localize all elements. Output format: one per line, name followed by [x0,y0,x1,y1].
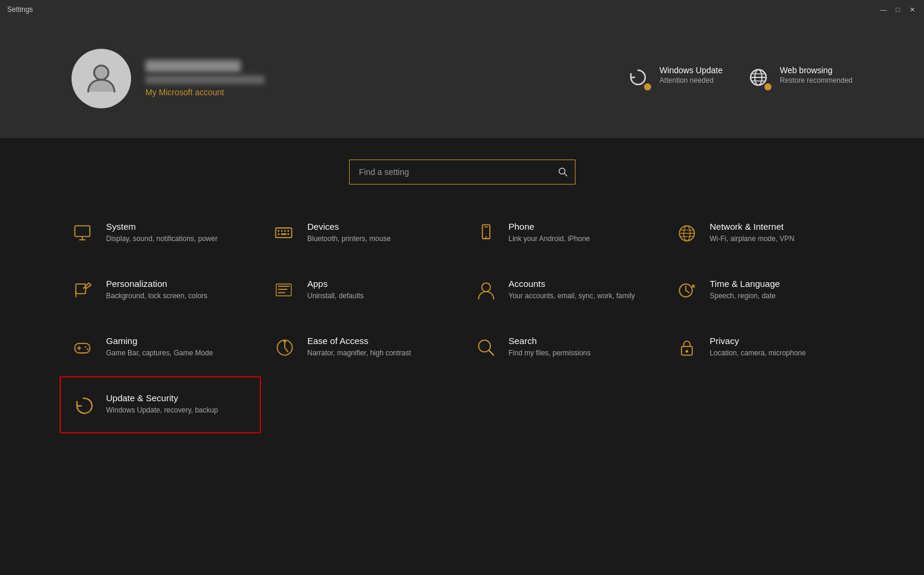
svg-line-7 [564,174,567,176]
time-title: Time & Language [710,279,780,289]
svg-rect-12 [278,230,279,232]
ease-desc: Narrator, magnifier, high contrast [307,348,411,358]
settings-item-gaming[interactable]: Gaming Game Bar, captures, Game Mode [60,319,261,376]
svg-rect-11 [275,228,291,238]
personalization-desc: Background, lock screen, colors [106,291,207,301]
gaming-icon [71,336,95,360]
phone-title: Phone [509,221,590,232]
windows-update-icon-wrap [626,65,652,92]
svg-rect-14 [284,230,286,232]
phone-desc: Link your Android, iPhone [509,234,590,244]
update-icon [71,393,95,417]
gaming-title: Gaming [106,336,213,346]
avatar-icon [83,60,119,98]
accounts-title: Accounts [509,279,635,289]
web-browsing-title: Web browsing [780,65,853,75]
settings-item-search[interactable]: Search Find my files, permissions [462,319,664,376]
devices-text: Devices Bluetooth, printers, mouse [307,221,391,244]
settings-item-apps[interactable]: Apps Uninstall, defaults [261,262,462,319]
svg-point-20 [485,236,487,238]
minimize-button[interactable]: — [879,5,888,14]
gaming-desc: Game Bar, captures, Game Mode [106,348,213,358]
settings-item-devices[interactable]: Devices Bluetooth, printers, mouse [261,205,462,262]
system-icon [71,221,95,245]
time-text: Time & Language Speech, region, date [710,279,780,301]
title-bar: Settings — □ ✕ [0,0,924,19]
accounts-icon [474,279,498,302]
avatar [71,49,131,108]
svg-rect-16 [278,233,279,235]
search-button[interactable] [550,160,575,185]
search-icon [474,336,498,360]
system-title: System [106,221,217,232]
windows-update-title: Windows Update [659,65,723,75]
user-info: My Microsoft account [145,60,265,97]
devices-desc: Bluetooth, printers, mouse [307,234,391,244]
apps-text: Apps Uninstall, defaults [307,279,364,301]
system-text: System Display, sound, notifications, po… [106,221,217,244]
devices-title: Devices [307,221,391,232]
web-browsing-dot [763,82,773,92]
web-browsing-subtitle: Restore recommended [780,76,853,86]
svg-point-47 [686,350,689,353]
apps-icon [273,279,297,302]
settings-grid: System Display, sound, notifications, po… [0,199,924,439]
time-desc: Speech, region, date [710,291,780,301]
phone-text: Phone Link your Android, iPhone [509,221,590,244]
app-title: Settings [7,5,33,14]
windows-update-card[interactable]: Windows Update Attention needed [626,65,723,92]
user-email [145,76,265,84]
privacy-desc: Location, camera, microphone [710,348,805,358]
svg-rect-27 [76,284,85,293]
status-cards: Windows Update Attention needed Web brow… [626,65,853,92]
ease-icon [273,336,297,360]
ease-text: Ease of Access Narrator, magnifier, high… [307,336,411,358]
svg-rect-18 [287,233,289,235]
settings-item-time[interactable]: Time & Language Speech, region, date [663,262,864,319]
windows-update-dot [643,82,652,92]
accounts-desc: Your accounts, email, sync, work, family [509,291,635,301]
settings-item-personalization[interactable]: Personalization Background, lock screen,… [60,262,261,319]
ms-account-link[interactable]: My Microsoft account [145,88,265,97]
privacy-icon [675,336,699,360]
svg-point-43 [284,340,287,343]
windows-update-subtitle: Attention needed [659,76,723,86]
network-title: Network & Internet [710,221,794,232]
windows-update-text: Windows Update Attention needed [659,65,723,86]
settings-item-update[interactable]: Update & Security Windows Update, recove… [60,376,261,433]
search-text: Search Find my files, permissions [509,336,591,358]
settings-item-accounts[interactable]: Accounts Your accounts, email, sync, wor… [462,262,664,319]
personalization-text: Personalization Background, lock screen,… [106,279,207,301]
system-desc: Display, sound, notifications, power [106,234,217,244]
gaming-text: Gaming Game Bar, captures, Game Mode [106,336,213,358]
settings-item-ease[interactable]: Ease of Access Narrator, magnifier, high… [261,319,462,376]
settings-item-privacy[interactable]: Privacy Location, camera, microphone [663,319,864,376]
svg-rect-8 [75,226,90,236]
devices-icon [273,221,297,245]
svg-point-40 [85,346,86,348]
maximize-button[interactable]: □ [893,5,903,14]
apps-desc: Uninstall, defaults [307,291,364,301]
time-icon [675,279,699,302]
svg-rect-15 [287,230,289,232]
search-section [0,138,924,199]
network-text: Network & Internet Wi-Fi, airplane mode,… [710,221,794,244]
update-desc: Windows Update, recovery, backup [106,405,218,415]
svg-point-41 [87,348,89,350]
settings-item-system[interactable]: System Display, sound, notifications, po… [60,205,261,262]
search-input[interactable] [349,160,575,185]
web-browsing-card[interactable]: Web browsing Restore recommended [746,65,853,92]
settings-item-phone[interactable]: Phone Link your Android, iPhone [462,205,664,262]
header-section: My Microsoft account Windows Update Atte… [0,19,924,138]
svg-rect-13 [281,230,282,232]
update-text: Update & Security Windows Update, recove… [106,393,218,415]
accounts-text: Accounts Your accounts, email, sync, wor… [509,279,635,301]
settings-item-network[interactable]: Network & Internet Wi-Fi, airplane mode,… [663,205,864,262]
network-desc: Wi-Fi, airplane mode, VPN [710,234,794,244]
close-button[interactable]: ✕ [907,5,917,14]
search-title: Search [509,336,591,346]
apps-title: Apps [307,279,364,289]
window-controls: — □ ✕ [879,5,917,14]
svg-point-0 [94,65,108,80]
svg-line-45 [489,351,493,355]
